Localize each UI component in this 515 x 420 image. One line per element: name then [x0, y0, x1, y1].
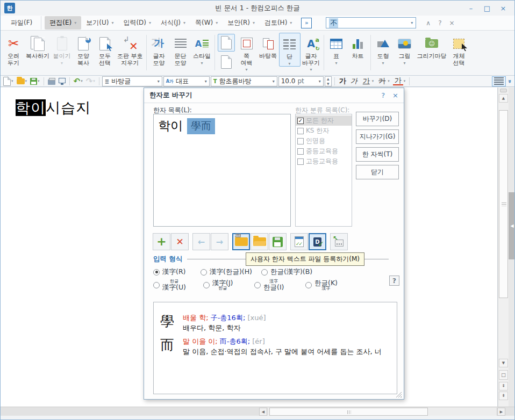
columns-button[interactable]: 단: [279, 33, 301, 67]
category-row-middle[interactable]: 중등교육용: [296, 146, 352, 156]
category-row-names[interactable]: 인명용: [296, 136, 352, 146]
menu-input[interactable]: 입력(D)▾: [118, 16, 156, 30]
dialog-close-button[interactable]: ×: [392, 91, 398, 99]
page-view-bottom-button[interactable]: [218, 53, 235, 71]
undo-button[interactable]: ↶▾: [73, 76, 84, 86]
chart-button[interactable]: 차트: [347, 33, 369, 60]
prev-candidate-button[interactable]: ←: [192, 233, 210, 250]
menu-edit[interactable]: 편집(E)▾: [45, 16, 81, 30]
scroll-up-button[interactable]: ▲: [499, 94, 508, 103]
radio-hanja-only[interactable]: 漢字(R): [153, 267, 201, 277]
vertical-scrollbar[interactable]: ▲ ▼ □ ⇞ ⇟: [498, 88, 509, 407]
erase-marks-button[interactable]: ↲✕ 조판 부호 지우기: [116, 33, 145, 67]
strikethrough-button[interactable]: 가▾: [376, 76, 391, 86]
menu-overflow-button[interactable]: »: [301, 18, 312, 28]
category-row-high[interactable]: 고등교육용: [296, 156, 352, 166]
delete-hanja-button[interactable]: ✕: [171, 233, 189, 250]
new-document-button[interactable]: ▾: [2, 76, 15, 86]
font-size-spinner[interactable]: ▲▼: [325, 76, 332, 86]
menu-close-button[interactable]: ×: [449, 19, 455, 27]
checkbox-checked-icon[interactable]: ✓: [297, 118, 304, 124]
italic-button[interactable]: 가: [349, 76, 359, 86]
radio-hanja-ruby-above[interactable]: 한글漢字(U): [153, 279, 203, 291]
skip-button[interactable]: 지나가기(G): [356, 129, 399, 144]
ribbon-collapse-button[interactable]: ∧: [426, 19, 431, 27]
side-panel-toggle[interactable]: ◀: [509, 192, 515, 259]
font-color-button[interactable]: 가▾: [392, 76, 407, 86]
replace-button[interactable]: 바꾸기(D): [356, 112, 399, 126]
maximize-button[interactable]: □: [480, 3, 494, 13]
clipart-button[interactable]: ☺ 그리기마당: [416, 33, 448, 60]
table-button[interactable]: 표: [326, 33, 347, 66]
dialog-help-button[interactable]: ?: [381, 91, 385, 99]
page-view-top-button[interactable]: [218, 34, 235, 52]
menu-view[interactable]: 보기(U)▾: [81, 16, 118, 30]
next-candidate-button[interactable]: →: [211, 233, 228, 250]
radio-hanja-ruby-below[interactable]: 漢字(J)한글: [203, 279, 254, 291]
help-button[interactable]: ?: [438, 19, 441, 27]
format-help-button[interactable]: ?: [389, 276, 399, 286]
scroll-down-button[interactable]: ▼: [499, 359, 508, 367]
horizontal-scrollbar[interactable]: [268, 408, 496, 416]
shapes-button[interactable]: 도형: [373, 33, 394, 66]
apply-dictionary-button[interactable]: D✓: [309, 233, 326, 250]
copy-button[interactable]: 복사하기: [24, 33, 51, 60]
save-button[interactable]: ▾: [29, 76, 41, 86]
close-button[interactable]: ×: [496, 3, 510, 13]
hanja-candidate-list[interactable]: 학이 學而: [153, 114, 291, 227]
save-hanja-file-button[interactable]: [269, 233, 287, 250]
radio-hangul-hanja-paren[interactable]: 한글(漢字)(B): [261, 267, 312, 277]
menu-format[interactable]: 서식(J)▾: [156, 16, 190, 30]
page-margin-button[interactable]: 쪽 여백: [236, 33, 258, 72]
open-hanja-file-button[interactable]: [251, 233, 268, 250]
search-input[interactable]: 不 ▾: [326, 17, 416, 28]
horizontal-scroll-thumb[interactable]: [269, 408, 428, 416]
add-hanja-button[interactable]: +: [153, 233, 170, 250]
scroll-left-button[interactable]: ◀: [259, 408, 267, 416]
expand-toolbar-button[interactable]: »: [507, 76, 513, 86]
split-view-handle[interactable]: [500, 89, 507, 92]
picture-button[interactable]: 그림: [394, 33, 416, 66]
one-char-button[interactable]: 한 자씩(T): [356, 147, 399, 162]
radio-hangul-ruby-above[interactable]: 漢字한글(I): [254, 279, 305, 291]
chevron-down-icon[interactable]: ▾: [411, 20, 413, 25]
style-button[interactable]: A 스타일: [191, 33, 213, 66]
font-size-combo[interactable]: 10.0 pt▾: [278, 76, 324, 86]
menu-review[interactable]: 검토(H)▾: [260, 16, 297, 30]
object-select-button[interactable]: 개체 선택: [448, 33, 470, 67]
category-row-ks[interactable]: KS 한자: [296, 126, 352, 136]
bold-button[interactable]: 가: [338, 76, 348, 86]
preview-button[interactable]: [58, 76, 67, 86]
checklist-button[interactable]: ✓✓: [290, 233, 308, 250]
font-combo[interactable]: T 함초롬바탕▾: [211, 76, 277, 86]
category-row-all[interactable]: ✓모든 한자: [296, 115, 352, 126]
char-shape-button[interactable]: 가 글자 모양: [148, 33, 170, 67]
menu-file[interactable]: 파일(F): [6, 16, 41, 30]
line-spacing-button[interactable]: [492, 76, 506, 86]
print-button[interactable]: [47, 76, 56, 86]
para-shape-button[interactable]: 문단 모양: [170, 33, 191, 67]
radio-hangul-ruby-below[interactable]: 한글(K)漢字: [305, 279, 338, 291]
redo-button[interactable]: ↷▾: [85, 76, 96, 86]
minimize-button[interactable]: –: [464, 3, 478, 13]
page-fit-button[interactable]: □: [499, 370, 508, 380]
underline-button[interactable]: 가▾: [360, 76, 375, 86]
register-user-hanja-text-file-button[interactable]: txt: [232, 233, 250, 250]
previous-page-button[interactable]: ⇞: [499, 382, 508, 390]
radio-hanja-hangul-paren[interactable]: 漢字(한글)(H): [201, 267, 261, 277]
open-button[interactable]: ▾: [16, 76, 28, 86]
scroll-right-button[interactable]: ▶: [497, 408, 505, 416]
close-dialog-button[interactable]: 닫기: [356, 165, 399, 179]
hanja-candidate-selected[interactable]: 學而: [187, 118, 215, 134]
find-replace-button[interactable]: Aa↻ 글자 바꾸기: [301, 33, 322, 72]
checkbox-icon[interactable]: [297, 148, 304, 155]
next-page-button[interactable]: ⇟: [499, 392, 508, 400]
menu-security[interactable]: 보안(R)▾: [223, 16, 260, 30]
checkbox-icon[interactable]: [297, 128, 304, 134]
style-combo[interactable]: ≣ 바탕글▾: [102, 76, 162, 86]
checkbox-icon[interactable]: [297, 138, 304, 144]
format-painter-button[interactable]: 모양 복사: [73, 33, 94, 67]
master-page-button[interactable]: 바탕쪽: [258, 33, 279, 60]
register-to-dialog-button[interactable]: ↖: [330, 233, 348, 250]
hanja-category-list[interactable]: ✓모든 한자 KS 한자 인명용 중등교육용 고등교육용: [295, 114, 352, 227]
